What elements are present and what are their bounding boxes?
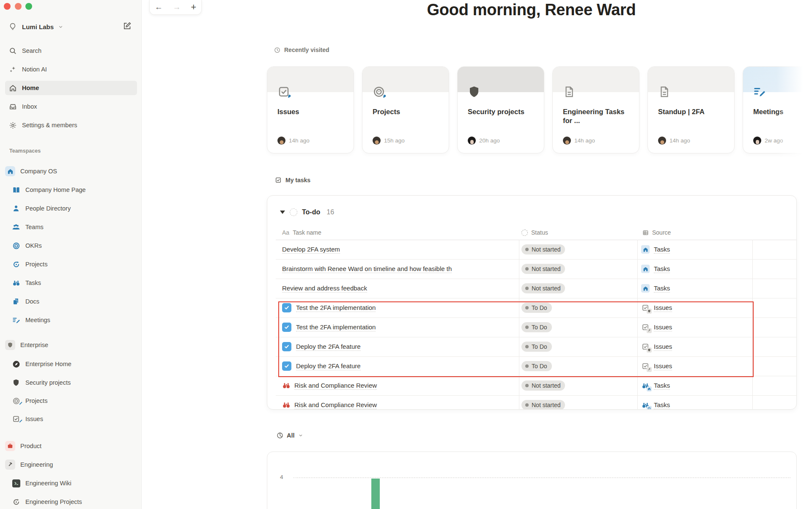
sidebar-item-engineering-wiki[interactable]: Engineering Wiki: [5, 476, 137, 490]
back-button[interactable]: ←: [155, 3, 163, 12]
card-title: Engineering Tasks for ...: [563, 107, 632, 126]
sidebar-item-notion-ai[interactable]: Notion AI: [5, 62, 137, 77]
table-row[interactable]: Review and address feedback Not started …: [276, 279, 796, 298]
collapse-triangle-icon[interactable]: [280, 211, 285, 214]
avatar: [563, 137, 571, 145]
table-row[interactable]: Risk and Compliance Review Not started T…: [276, 395, 796, 410]
chart-filter-dropdown[interactable]: All: [277, 432, 303, 439]
todo-group-header[interactable]: To-do 16: [280, 208, 334, 216]
my-tasks-header: My tasks: [275, 177, 310, 183]
recent-card-issues[interactable]: Issues 14h ago: [267, 66, 354, 153]
shield-icon: [468, 85, 480, 100]
recent-card-security-projects[interactable]: Security projects 20h ago: [457, 66, 544, 153]
text-type-icon: Aa: [282, 229, 289, 236]
status-badge[interactable]: To Do: [521, 342, 552, 352]
column-source[interactable]: Source: [642, 226, 671, 239]
table-row[interactable]: Deploy the 2FA feature To Do Issues: [276, 337, 796, 357]
new-tab-button[interactable]: +: [191, 2, 196, 13]
sidebar-item-search[interactable]: Search: [5, 44, 137, 58]
forward-button[interactable]: →: [173, 3, 181, 12]
hammer-badge-icon: [647, 367, 652, 372]
column-status[interactable]: Status: [521, 226, 548, 239]
status-badge[interactable]: Not started: [521, 264, 565, 274]
table-header: Aa Task name Status Source: [267, 226, 796, 239]
recent-card-engineering-tasks[interactable]: Engineering Tasks for ... 14h ago: [552, 66, 639, 153]
hammer-badge-icon: [647, 328, 652, 333]
card-title: Security projects: [468, 107, 537, 116]
list-pencil-icon: [11, 316, 21, 324]
sidebar-item-teams[interactable]: Teams: [5, 220, 137, 234]
status-dot-icon: [525, 403, 529, 407]
table-row[interactable]: Brainstorm with Renee Ward on timeline a…: [276, 259, 796, 279]
status-badge[interactable]: Not started: [521, 380, 565, 391]
tasks-binoculars-icon: [641, 381, 650, 390]
sidebar-item-engineering[interactable]: Engineering: [5, 457, 137, 472]
sidebar-item-engineering-projects[interactable]: Engineering Projects: [5, 495, 137, 509]
recent-card-meetings[interactable]: Meetings 2w ago: [743, 66, 812, 153]
sidebar-item-people-directory[interactable]: People Directory: [5, 201, 137, 216]
issues-checkbox-icon: [641, 323, 650, 331]
sidebar-item-home[interactable]: Home: [5, 81, 137, 95]
clock-icon: [274, 47, 280, 53]
document-icon: [563, 85, 576, 100]
sidebar-item-issues[interactable]: Issues: [5, 412, 137, 426]
card-timestamp: 15h ago: [384, 137, 405, 144]
gridline: [294, 477, 790, 478]
status-badge[interactable]: Not started: [521, 244, 565, 254]
task-checkbox-checked[interactable]: [282, 323, 291, 332]
task-checkbox-checked[interactable]: [282, 361, 291, 371]
avatar: [277, 137, 285, 145]
zoom-window-button[interactable]: [25, 3, 32, 10]
recent-card-projects[interactable]: Projects 15h ago: [362, 66, 449, 153]
sidebar-item-product[interactable]: Product: [5, 439, 137, 453]
status-dot-icon: [525, 326, 529, 329]
new-page-compose-button[interactable]: [123, 22, 132, 32]
shield-icon: [5, 340, 15, 350]
shield-badge-icon: [647, 348, 652, 353]
list-pencil-icon: [753, 85, 766, 100]
sidebar-item-company-os[interactable]: Company OS: [5, 164, 137, 178]
status-badge[interactable]: To Do: [521, 322, 552, 332]
sidebar-item-projects[interactable]: Projects: [5, 257, 137, 271]
sidebar-item-meetings[interactable]: Meetings: [5, 313, 137, 327]
status-dot-icon: [525, 384, 529, 387]
sidebar-item-docs[interactable]: Docs: [5, 294, 137, 309]
sidebar-item-company-home-page[interactable]: Company Home Page: [5, 183, 137, 197]
status-badge[interactable]: Not started: [521, 400, 565, 410]
chart-bar[interactable]: [371, 479, 380, 509]
column-task-name[interactable]: Aa Task name: [282, 226, 321, 239]
table-row[interactable]: Deploy the 2FA feature To Do Issues: [276, 356, 796, 376]
status-badge[interactable]: To Do: [521, 303, 552, 313]
status-badge[interactable]: Not started: [521, 283, 565, 293]
table-row[interactable]: Risk and Compliance Review Not started T…: [276, 376, 796, 396]
sidebar-item-tasks[interactable]: Tasks: [5, 276, 137, 290]
status-dot-icon: [525, 248, 529, 251]
sidebar-item-inbox[interactable]: Inbox: [5, 99, 137, 114]
inbox-icon: [8, 103, 18, 111]
history-nav: ← → +: [149, 0, 202, 15]
todo-status-icon: [290, 208, 297, 216]
table-row[interactable]: Develop 2FA system Not started Tasks: [276, 240, 796, 260]
close-window-button[interactable]: [4, 3, 11, 10]
sidebar-item-security-projects[interactable]: Security projects: [5, 375, 137, 390]
checkbox-pin-icon: [277, 85, 290, 100]
recent-card-standup-2fa[interactable]: Standup | 2FA 14h ago: [647, 66, 735, 153]
sidebar-item-settings-members[interactable]: Settings & members: [5, 118, 137, 132]
person-icon: [11, 205, 21, 212]
sidebar-item-okrs[interactable]: OKRs: [5, 238, 137, 253]
table-grid-icon: [642, 230, 649, 236]
tasks-house-icon: [641, 265, 650, 273]
status-badge[interactable]: To Do: [521, 361, 552, 371]
task-checkbox-checked[interactable]: [282, 342, 291, 351]
sidebar-item-enterprise-projects[interactable]: Projects: [5, 394, 137, 408]
document-icon: [658, 85, 671, 100]
sidebar-item-enterprise[interactable]: Enterprise: [5, 338, 137, 352]
table-row[interactable]: Test the 2FA implementation To Do Issues: [276, 298, 796, 318]
avatar: [658, 137, 666, 145]
task-checkbox-checked[interactable]: [282, 303, 291, 312]
table-row[interactable]: Test the 2FA implementation To Do Issues: [276, 317, 796, 337]
workspace-switcher[interactable]: Lumi Labs: [5, 19, 63, 34]
minimize-window-button[interactable]: [15, 3, 22, 10]
tasks-house-icon: [641, 284, 650, 293]
sidebar-item-enterprise-home[interactable]: Enterprise Home: [5, 357, 137, 371]
